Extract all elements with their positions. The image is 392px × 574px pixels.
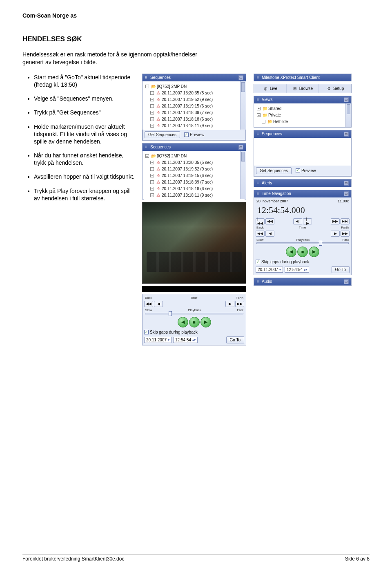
expand-icon[interactable]: + [150,98,154,101]
preview-checkbox[interactable]: ✓ [296,168,300,173]
back-button[interactable]: ◀◀ [256,231,265,237]
folder-open-icon [151,84,156,89]
expand-icon[interactable]: – [262,120,265,123]
date-input[interactable]: 20.11.2007▾ [144,337,172,343]
expand-icon[interactable]: + [150,104,154,108]
date-input[interactable]: 20.11.2007▾ [256,267,283,273]
panel-title: Alerts [262,181,272,185]
scrollbar-thumb[interactable] [241,152,245,161]
expand-icon[interactable]: + [150,187,154,191]
spinner-icon[interactable]: ▴▾ [192,338,196,342]
forward-button[interactable]: ▶ [225,301,234,307]
expand-icon[interactable]: – [257,113,261,117]
event-row[interactable]: 20.11.2007 13:20:35 (5 sec) [162,159,213,166]
skip-start-button[interactable]: |◀◀ [256,218,265,224]
expand-icon[interactable]: + [257,107,261,110]
playback-label: Playback [188,308,201,312]
back-label: Back [256,226,264,229]
sequences-panel-2: Sequences▭ –[IQ752] 2MP DN +20.11.2007 1… [142,143,246,200]
panel-collapse-icon[interactable]: ▭ [238,145,243,150]
event-row[interactable]: 20.11.2007 13:18:39 (7 sec) [162,110,213,116]
play-forward-button[interactable]: ▶ [309,247,319,257]
event-row[interactable]: 20.11.2007 13:18:11 (9 sec) [162,123,213,129]
back-button[interactable]: ◀ [154,301,163,307]
goto-button[interactable]: Go To [226,336,245,343]
panel-collapse-icon[interactable]: ▭ [344,181,349,186]
dropdown-icon[interactable]: ▾ [168,338,169,342]
expand-icon[interactable]: + [150,111,154,114]
preview-checkbox[interactable]: ✓ [184,132,189,137]
panel-collapse-icon[interactable]: ▭ [344,132,349,137]
expand-icon[interactable]: – [145,154,149,158]
warning-icon [156,97,161,102]
event-row[interactable]: 20.11.2007 13:19:52 (9 sec) [162,166,213,173]
fast-label: Fast [342,238,349,242]
expand-icon[interactable]: + [150,193,154,197]
expand-icon[interactable]: + [150,117,154,121]
frame-back-button[interactable]: ◀| [293,218,302,224]
panel-title: Audio [262,279,272,284]
event-row[interactable]: 20.11.2007 13:19:15 (6 sec) [162,173,213,179]
step-back-button[interactable]: ◀◀ [265,218,274,224]
get-sequences-button[interactable]: Get Sequences [145,131,180,138]
forth-label: Forth [236,296,243,300]
sequences-panel-1: Sequences▭ –[IQ752] 2MP DN +20.11.2007 1… [142,74,246,141]
skip-gaps-checkbox[interactable]: ✓ [256,260,260,264]
event-row[interactable]: 20.11.2007 13:18:18 (6 sec) [162,186,213,192]
speed-slider[interactable] [256,242,349,244]
fwd-button[interactable]: ▶▶ [341,231,350,237]
browse-icon [292,86,298,91]
speed-slider[interactable] [145,313,243,314]
tree-node-shared[interactable]: Shared [268,105,281,112]
expand-icon[interactable]: + [150,180,154,184]
tab-live[interactable]: Live [254,84,286,93]
skip-gaps-checkbox[interactable]: ✓ [144,330,149,334]
event-row[interactable]: 20.11.2007 13:18:18 (6 sec) [162,116,213,123]
skip-end-button[interactable]: ▶▶| [341,218,350,224]
panel-collapse-icon[interactable]: ▭ [238,75,243,80]
time-input[interactable]: 12:54:54▴▾ [173,337,198,343]
camera-node[interactable]: [IQ752] 2MP DN [157,153,187,159]
play-forward-button[interactable]: ▶ [200,317,211,327]
back-1-button[interactable]: ◀ [265,231,274,237]
get-sequences-button[interactable]: Get Sequences [256,167,292,174]
event-row[interactable]: 20.11.2007 13:18:11 (9 sec) [162,192,213,199]
time-label: Time [190,296,197,300]
goto-button[interactable]: Go To [332,266,350,273]
fwd-1-button[interactable]: ▶ [331,231,340,237]
panel-collapse-icon[interactable]: ▭ [344,279,349,284]
tab-browse[interactable]: Browse [286,84,319,93]
expand-icon[interactable]: + [150,161,154,164]
spinner-icon[interactable]: ▴▾ [304,268,307,271]
step-forward-button[interactable]: ▶▶ [235,301,244,307]
play-reverse-button[interactable]: ◀ [286,247,296,257]
skip-gaps-label: Skip gaps during playback [261,260,309,264]
expand-icon[interactable]: – [145,85,149,88]
expand-icon[interactable]: + [150,167,154,171]
event-row[interactable]: 20.11.2007 13:20:35 (5 sec) [162,90,213,96]
stop-button[interactable]: ■ [189,317,200,327]
event-row[interactable]: 20.11.2007 13:18:39 (7 sec) [162,179,213,186]
tree-node-private[interactable]: Private [268,112,281,119]
expand-icon[interactable]: + [150,124,154,128]
tree-node-helbilde[interactable]: Helbilde [273,119,288,125]
event-row[interactable]: 20.11.2007 13:19:52 (9 sec) [162,96,213,103]
dropdown-icon[interactable]: ▾ [279,268,281,271]
tab-setup[interactable]: Setup [318,84,351,93]
timeline-bar[interactable] [142,286,246,292]
scrollbar-thumb[interactable] [347,104,350,114]
step-forward-button[interactable]: ▶▶ [331,218,340,224]
expand-icon[interactable]: + [150,91,154,95]
folder-icon [262,106,267,111]
time-input[interactable]: 12:54:54▴▾ [285,267,309,273]
frame-fwd-button[interactable]: |▶ [303,218,312,224]
panel-collapse-icon[interactable]: ▭ [344,97,349,102]
expand-icon[interactable]: + [150,174,154,177]
play-reverse-button[interactable]: ◀ [178,317,188,327]
stop-button[interactable]: ■ [297,247,308,257]
event-row[interactable]: 20.11.2007 13:19:15 (6 sec) [162,103,213,110]
panel-collapse-icon[interactable]: ▭ [344,191,349,196]
step-back-button[interactable]: ◀◀ [144,301,153,307]
scrollbar-thumb[interactable] [241,82,245,92]
camera-node[interactable]: [IQ752] 2MP DN [157,83,187,90]
